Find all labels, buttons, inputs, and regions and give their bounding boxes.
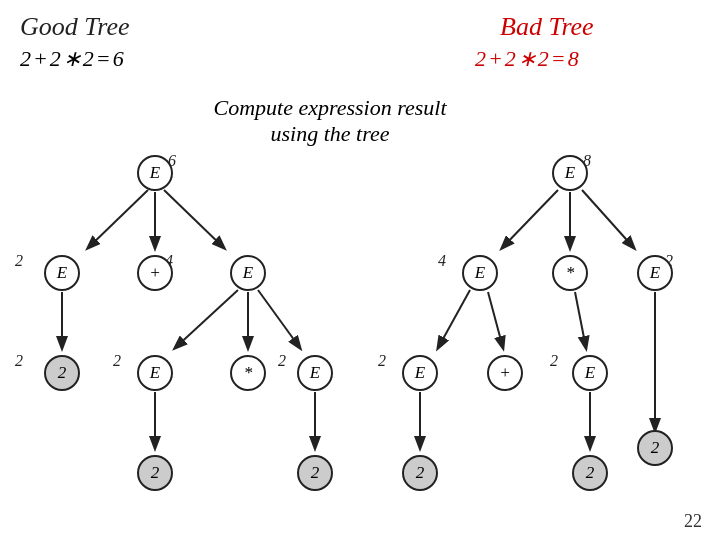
bad-l3-leaf1: 2 (572, 455, 608, 491)
good-l2-v1: 2 (113, 352, 121, 370)
good-l3-leaf1: 2 (297, 455, 333, 491)
svg-line-14 (488, 292, 503, 348)
bad-l2-node1: + (487, 355, 523, 391)
svg-line-7 (258, 290, 300, 348)
bad-l1-node1: * (552, 255, 588, 291)
page-container: Good Tree Bad Tree 2+2∗2=6 2+2∗2=8 Compu… (0, 0, 720, 540)
bad-l3-leaf0: 2 (402, 455, 438, 491)
svg-line-3 (164, 190, 224, 248)
bad-l1-v0: 4 (438, 252, 446, 270)
bad-l2-node2: E (572, 355, 608, 391)
good-l2-v3: 2 (278, 352, 286, 370)
bad-formula: 2+2∗2=8 (475, 46, 581, 72)
good-l1-node2: E (230, 255, 266, 291)
good-l2-v0: 2 (15, 352, 23, 370)
svg-line-12 (582, 190, 634, 248)
good-l2-leaf0: 2 (44, 355, 80, 391)
bad-l2-v2: 2 (550, 352, 558, 370)
good-l2-node2: * (230, 355, 266, 391)
arrows-svg (0, 0, 720, 540)
good-l1-node1: + (137, 255, 173, 291)
bad-l2-v0: 2 (378, 352, 386, 370)
center-label: Compute expression result using the tree (185, 95, 475, 147)
bad-l2-node0: E (402, 355, 438, 391)
svg-line-13 (438, 290, 470, 348)
slide-number: 22 (684, 511, 702, 532)
good-l3-leaf0: 2 (137, 455, 173, 491)
good-tree-title: Good Tree (20, 12, 130, 42)
bad-tree-title: Bad Tree (500, 12, 594, 42)
good-l2-node3: E (297, 355, 333, 391)
bad-l2-leaf3: 2 (637, 430, 673, 466)
good-root-node: E (137, 155, 173, 191)
good-l1-v0: 2 (15, 252, 23, 270)
bad-l1-node2: E (637, 255, 673, 291)
good-l2-node1: E (137, 355, 173, 391)
good-formula: 2+2∗2=6 (20, 46, 126, 72)
bad-l1-node0: E (462, 255, 498, 291)
svg-line-15 (575, 292, 586, 348)
good-l1-node0: E (44, 255, 80, 291)
svg-line-1 (88, 190, 148, 248)
bad-root-node: E (552, 155, 588, 191)
svg-line-10 (502, 190, 558, 248)
svg-line-5 (175, 290, 238, 348)
